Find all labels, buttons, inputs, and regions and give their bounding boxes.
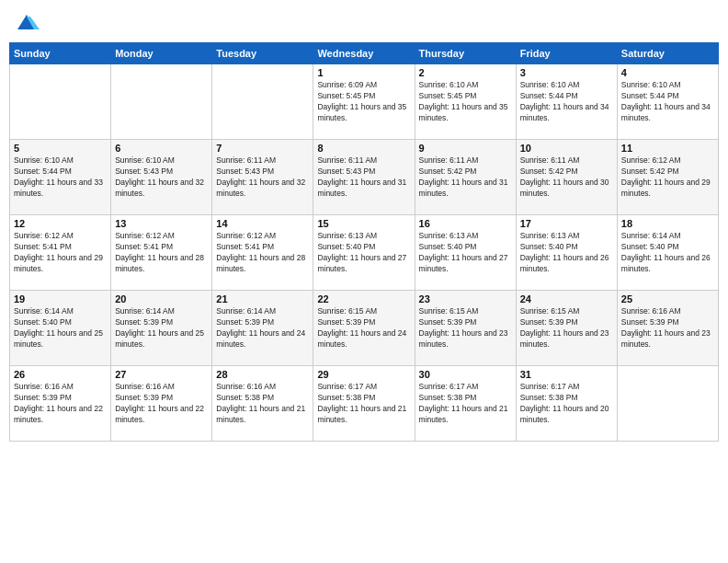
calendar-cell: 22Sunrise: 6:15 AMSunset: 5:39 PMDayligh…	[313, 291, 415, 366]
calendar-table: SundayMondayTuesdayWednesdayThursdayFrid…	[9, 42, 719, 442]
day-info: Sunrise: 6:09 AMSunset: 5:45 PMDaylight:…	[317, 80, 410, 124]
day-info: Sunrise: 6:14 AMSunset: 5:39 PMDaylight:…	[216, 306, 309, 350]
week-row-1: 5Sunrise: 6:10 AMSunset: 5:44 PMDaylight…	[10, 140, 719, 215]
calendar-cell	[212, 64, 313, 140]
day-number: 21	[216, 293, 309, 304]
calendar-cell: 26Sunrise: 6:16 AMSunset: 5:39 PMDayligh…	[10, 366, 111, 442]
day-info: Sunrise: 6:17 AMSunset: 5:38 PMDaylight:…	[419, 382, 512, 426]
calendar-cell: 17Sunrise: 6:13 AMSunset: 5:40 PMDayligh…	[516, 215, 617, 291]
day-number: 20	[115, 293, 208, 304]
day-info: Sunrise: 6:11 AMSunset: 5:42 PMDaylight:…	[419, 155, 512, 200]
day-number: 5	[14, 143, 107, 154]
week-row-4: 26Sunrise: 6:16 AMSunset: 5:39 PMDayligh…	[10, 366, 719, 442]
calendar-cell	[617, 366, 718, 442]
day-number: 25	[621, 293, 714, 304]
day-info: Sunrise: 6:17 AMSunset: 5:38 PMDaylight:…	[317, 382, 410, 426]
calendar-cell: 25Sunrise: 6:16 AMSunset: 5:39 PMDayligh…	[617, 291, 718, 366]
day-info: Sunrise: 6:13 AMSunset: 5:40 PMDaylight:…	[317, 231, 410, 275]
day-number: 31	[520, 369, 613, 380]
calendar-cell: 19Sunrise: 6:14 AMSunset: 5:40 PMDayligh…	[10, 291, 111, 366]
weekday-thursday: Thursday	[415, 43, 516, 64]
day-number: 18	[621, 218, 714, 229]
day-number: 17	[520, 218, 613, 229]
day-info: Sunrise: 6:16 AMSunset: 5:38 PMDaylight:…	[216, 382, 309, 426]
calendar-cell: 11Sunrise: 6:12 AMSunset: 5:42 PMDayligh…	[617, 140, 718, 215]
calendar-cell: 31Sunrise: 6:17 AMSunset: 5:38 PMDayligh…	[516, 366, 617, 442]
calendar-cell: 9Sunrise: 6:11 AMSunset: 5:42 PMDaylight…	[415, 140, 516, 215]
calendar-cell: 27Sunrise: 6:16 AMSunset: 5:39 PMDayligh…	[111, 366, 212, 442]
weekday-sunday: Sunday	[10, 43, 111, 64]
day-info: Sunrise: 6:10 AMSunset: 5:44 PMDaylight:…	[621, 80, 714, 124]
day-number: 12	[14, 218, 107, 229]
calendar-cell: 21Sunrise: 6:14 AMSunset: 5:39 PMDayligh…	[212, 291, 313, 366]
day-number: 14	[216, 218, 309, 229]
calendar-cell: 29Sunrise: 6:17 AMSunset: 5:38 PMDayligh…	[313, 366, 415, 442]
day-number: 28	[216, 369, 309, 380]
day-info: Sunrise: 6:10 AMSunset: 5:44 PMDaylight:…	[520, 80, 613, 124]
day-info: Sunrise: 6:12 AMSunset: 5:41 PMDaylight:…	[216, 231, 309, 275]
header	[9, 9, 719, 35]
day-number: 24	[520, 293, 613, 304]
day-info: Sunrise: 6:11 AMSunset: 5:43 PMDaylight:…	[216, 155, 309, 200]
day-info: Sunrise: 6:12 AMSunset: 5:41 PMDaylight:…	[115, 231, 208, 275]
day-info: Sunrise: 6:12 AMSunset: 5:41 PMDaylight:…	[14, 231, 107, 275]
weekday-tuesday: Tuesday	[212, 43, 313, 64]
day-info: Sunrise: 6:14 AMSunset: 5:39 PMDaylight:…	[115, 306, 208, 350]
calendar-cell: 10Sunrise: 6:11 AMSunset: 5:42 PMDayligh…	[516, 140, 617, 215]
day-number: 11	[621, 143, 714, 154]
calendar-cell: 23Sunrise: 6:15 AMSunset: 5:39 PMDayligh…	[415, 291, 516, 366]
day-info: Sunrise: 6:11 AMSunset: 5:43 PMDaylight:…	[317, 155, 410, 200]
day-info: Sunrise: 6:13 AMSunset: 5:40 PMDaylight:…	[520, 231, 613, 275]
day-number: 6	[115, 143, 208, 154]
day-number: 10	[520, 143, 613, 154]
day-number: 15	[317, 218, 410, 229]
day-number: 22	[317, 293, 410, 304]
calendar-cell: 5Sunrise: 6:10 AMSunset: 5:44 PMDaylight…	[10, 140, 111, 215]
day-info: Sunrise: 6:15 AMSunset: 5:39 PMDaylight:…	[419, 306, 512, 350]
day-info: Sunrise: 6:14 AMSunset: 5:40 PMDaylight:…	[621, 231, 714, 275]
logo	[13, 9, 40, 35]
day-number: 19	[14, 293, 107, 304]
calendar-cell: 7Sunrise: 6:11 AMSunset: 5:43 PMDaylight…	[212, 140, 313, 215]
day-info: Sunrise: 6:12 AMSunset: 5:42 PMDaylight:…	[621, 155, 714, 200]
week-row-0: 1Sunrise: 6:09 AMSunset: 5:45 PMDaylight…	[10, 64, 719, 140]
calendar-cell: 24Sunrise: 6:15 AMSunset: 5:39 PMDayligh…	[516, 291, 617, 366]
calendar-cell: 12Sunrise: 6:12 AMSunset: 5:41 PMDayligh…	[10, 215, 111, 291]
day-info: Sunrise: 6:14 AMSunset: 5:40 PMDaylight:…	[14, 306, 107, 350]
calendar-cell: 14Sunrise: 6:12 AMSunset: 5:41 PMDayligh…	[212, 215, 313, 291]
calendar-cell: 2Sunrise: 6:10 AMSunset: 5:45 PMDaylight…	[415, 64, 516, 140]
day-number: 7	[216, 143, 309, 154]
logo-text	[13, 9, 40, 35]
calendar-cell: 13Sunrise: 6:12 AMSunset: 5:41 PMDayligh…	[111, 215, 212, 291]
day-number: 26	[14, 369, 107, 380]
day-number: 4	[621, 67, 714, 78]
day-number: 13	[115, 218, 208, 229]
day-number: 27	[115, 369, 208, 380]
week-row-3: 19Sunrise: 6:14 AMSunset: 5:40 PMDayligh…	[10, 291, 719, 366]
weekday-saturday: Saturday	[617, 43, 718, 64]
day-number: 3	[520, 67, 613, 78]
calendar-cell: 8Sunrise: 6:11 AMSunset: 5:43 PMDaylight…	[313, 140, 415, 215]
day-info: Sunrise: 6:11 AMSunset: 5:42 PMDaylight:…	[520, 155, 613, 200]
day-number: 8	[317, 143, 410, 154]
calendar-cell: 28Sunrise: 6:16 AMSunset: 5:38 PMDayligh…	[212, 366, 313, 442]
day-info: Sunrise: 6:10 AMSunset: 5:43 PMDaylight:…	[115, 155, 208, 200]
calendar-cell: 3Sunrise: 6:10 AMSunset: 5:44 PMDaylight…	[516, 64, 617, 140]
day-number: 16	[419, 218, 512, 229]
day-info: Sunrise: 6:10 AMSunset: 5:45 PMDaylight:…	[419, 80, 512, 124]
day-number: 9	[419, 143, 512, 154]
day-number: 23	[419, 293, 512, 304]
day-number: 2	[419, 67, 512, 78]
day-info: Sunrise: 6:16 AMSunset: 5:39 PMDaylight:…	[621, 306, 714, 350]
calendar-cell	[111, 64, 212, 140]
day-info: Sunrise: 6:16 AMSunset: 5:39 PMDaylight:…	[14, 382, 107, 426]
day-info: Sunrise: 6:13 AMSunset: 5:40 PMDaylight:…	[419, 231, 512, 275]
weekday-wednesday: Wednesday	[313, 43, 415, 64]
day-info: Sunrise: 6:15 AMSunset: 5:39 PMDaylight:…	[520, 306, 613, 350]
day-number: 29	[317, 369, 410, 380]
day-info: Sunrise: 6:17 AMSunset: 5:38 PMDaylight:…	[520, 382, 613, 426]
weekday-monday: Monday	[111, 43, 212, 64]
day-number: 30	[419, 369, 512, 380]
calendar-cell: 30Sunrise: 6:17 AMSunset: 5:38 PMDayligh…	[415, 366, 516, 442]
weekday-friday: Friday	[516, 43, 617, 64]
